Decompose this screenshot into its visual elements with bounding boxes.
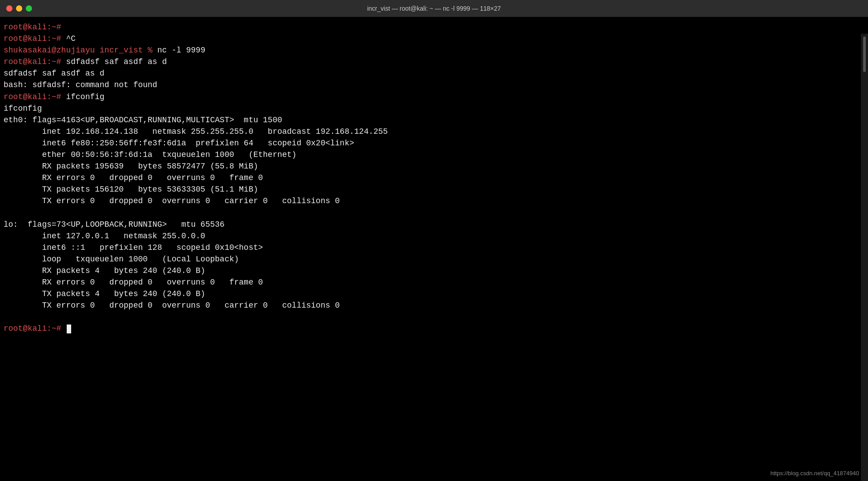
line-3: shukasakai@zhujiayu incr_vist % nc -l 99… [4, 44, 859, 56]
minimize-button[interactable] [16, 5, 22, 12]
line-4: root@kali:~# sdfadsf saf asdf as d [4, 56, 859, 68]
window-title: incr_vist — root@kali: ~ — nc -l 9999 — … [367, 5, 501, 12]
line-27: root@kali:~# [4, 323, 859, 334]
line-10: inet 192.168.124.138 netmask 255.255.255… [4, 126, 859, 137]
cursor [67, 325, 71, 333]
line-13: RX packets 195639 bytes 58572477 (55.8 M… [4, 160, 859, 172]
line-22: RX packets 4 bytes 240 (240.0 B) [4, 265, 859, 277]
line-25: TX errors 0 dropped 0 overruns 0 carrier… [4, 300, 859, 311]
line-23: RX errors 0 dropped 0 overruns 0 frame 0 [4, 277, 859, 288]
titlebar: incr_vist — root@kali: ~ — nc -l 9999 — … [0, 0, 868, 17]
line-18: lo: flags=73<UP,LOOPBACK,RUNNING> mtu 65… [4, 219, 859, 230]
line-1: root@kali:~# [4, 21, 859, 33]
close-button[interactable] [6, 5, 12, 12]
line-2: root@kali:~# ^C [4, 33, 859, 44]
line-20: inet6 ::1 prefixlen 128 scopeid 0x10<hos… [4, 242, 859, 253]
maximize-button[interactable] [26, 5, 32, 12]
traffic-lights [6, 5, 32, 12]
line-9: eth0: flags=4163<UP,BROADCAST,RUNNING,MU… [4, 114, 859, 126]
prompt-3: shukasakai@zhujiayu incr_vist % [4, 46, 153, 55]
watermark: https://blog.csdn.net/qq_41874940 [771, 470, 860, 477]
prompt-6: root@kali:~# [4, 324, 61, 333]
terminal-body[interactable]: root@kali:~# root@kali:~# ^C shukasakai@… [0, 17, 868, 339]
line-24: TX packets 4 bytes 240 (240.0 B) [4, 288, 859, 300]
line-6: bash: sdfadsf: command not found [4, 79, 859, 91]
scrollbar[interactable] [861, 34, 868, 481]
line-12: ether 00:50:56:3f:6d:1a txqueuelen 1000 … [4, 149, 859, 160]
prompt-2: root@kali:~# [4, 34, 61, 43]
line-21: loop txqueuelen 1000 (Local Loopback) [4, 253, 859, 265]
line-15: TX packets 156120 bytes 53633305 (51.1 M… [4, 184, 859, 195]
scrollbar-track [863, 35, 866, 481]
prompt-5: root@kali:~# [4, 92, 61, 101]
line-16: TX errors 0 dropped 0 overruns 0 carrier… [4, 195, 859, 207]
prompt-1: root@kali:~# [4, 23, 61, 32]
prompt-4: root@kali:~# [4, 57, 61, 66]
line-5: sdfadsf saf asdf as d [4, 68, 859, 79]
line-8: ifconfig [4, 103, 859, 114]
terminal-window: incr_vist — root@kali: ~ — nc -l 9999 — … [0, 0, 868, 481]
line-17 [4, 207, 859, 219]
line-14: RX errors 0 dropped 0 overruns 0 frame 0 [4, 172, 859, 184]
line-11: inet6 fe80::250:56ff:fe3f:6d1a prefixlen… [4, 137, 859, 149]
line-19: inet 127.0.0.1 netmask 255.0.0.0 [4, 230, 859, 242]
line-7: root@kali:~# ifconfig [4, 91, 859, 103]
line-26 [4, 311, 859, 323]
scrollbar-thumb[interactable] [863, 36, 866, 72]
